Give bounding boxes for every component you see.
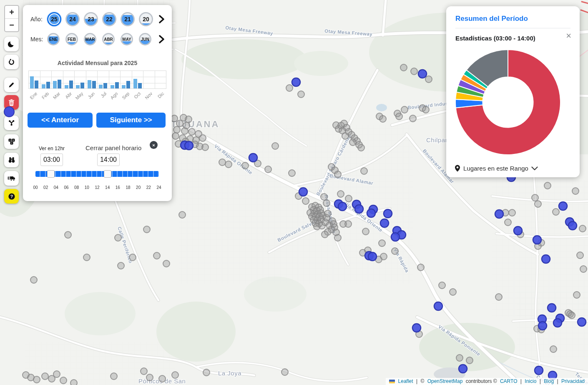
year-button-22[interactable]: 22	[102, 12, 116, 26]
map-marker-gray[interactable]	[219, 159, 226, 166]
map-marker-gray[interactable]	[466, 357, 473, 364]
map-marker-gray[interactable]	[143, 226, 150, 233]
month-next-button[interactable]	[157, 33, 166, 45]
map-marker-blue[interactable]	[495, 210, 503, 218]
map-marker-gray[interactable]	[176, 120, 183, 127]
year-button-24[interactable]: 24	[65, 12, 80, 26]
map-marker-gray[interactable]	[159, 375, 166, 382]
map-marker-gray[interactable]	[361, 168, 367, 174]
map-marker-gray[interactable]	[265, 166, 271, 173]
map-marker-gray[interactable]	[321, 194, 327, 200]
map-marker-gray[interactable]	[141, 368, 147, 375]
map-marker-gray[interactable]	[535, 201, 541, 207]
draw-button[interactable]	[4, 78, 19, 92]
osm-link[interactable]: OpenStreetMap	[427, 378, 463, 384]
map-marker-gray[interactable]	[115, 234, 121, 241]
map-marker-gray[interactable]	[550, 346, 557, 352]
map-marker-gray[interactable]	[298, 91, 304, 98]
map-marker-gray[interactable]	[30, 277, 37, 283]
close-time-panel-button[interactable]: ×	[150, 141, 158, 149]
slider-handle-end[interactable]	[104, 170, 111, 178]
map-marker-gray[interactable]	[281, 369, 288, 375]
map-marker-blue[interactable]	[542, 255, 550, 263]
map-marker-blue[interactable]	[559, 202, 567, 210]
map-marker-blue[interactable]	[355, 205, 363, 213]
map-marker-blue[interactable]	[533, 236, 541, 244]
month-button-ene[interactable]: ENE	[47, 33, 60, 45]
map-marker-gray[interactable]	[323, 200, 330, 206]
zoom-out-button[interactable]: −	[5, 18, 18, 31]
map-marker-gray[interactable]	[322, 231, 328, 238]
map-marker-gray[interactable]	[396, 113, 402, 120]
end-time-input[interactable]	[97, 153, 120, 166]
year-button-25[interactable]: 25	[47, 12, 61, 26]
map-marker-gray[interactable]	[422, 106, 429, 113]
map-marker-gray[interactable]	[579, 225, 586, 232]
map-marker-gray[interactable]	[379, 116, 386, 122]
map-marker-gray[interactable]	[401, 106, 408, 113]
map-marker-gray[interactable]	[129, 254, 136, 261]
map-marker-gray[interactable]	[203, 369, 210, 376]
map-marker-blue[interactable]	[418, 70, 427, 78]
map-marker-gray[interactable]	[380, 253, 387, 260]
map-marker-gray[interactable]	[33, 376, 40, 383]
map-marker-gray[interactable]	[572, 188, 579, 194]
map-marker-gray[interactable]	[410, 115, 416, 122]
map-marker-gray[interactable]	[509, 209, 515, 216]
map-marker-gray[interactable]	[146, 374, 153, 381]
map-marker-blue[interactable]	[434, 302, 442, 310]
search-area-button[interactable]	[4, 153, 19, 167]
zoom-in-button[interactable]: +	[5, 6, 18, 18]
transport-button[interactable]	[4, 171, 19, 186]
map-marker-gray[interactable]	[181, 128, 188, 134]
map-marker-gray[interactable]	[199, 135, 206, 141]
map-marker-gray[interactable]	[330, 221, 337, 227]
map-marker-gray[interactable]	[153, 252, 160, 259]
map-marker-gray[interactable]	[544, 182, 551, 189]
slider-handle-start[interactable]	[47, 170, 55, 178]
map-marker-gray[interactable]	[42, 373, 48, 380]
map-marker-gray[interactable]	[345, 195, 352, 202]
map-marker-blue[interactable]	[514, 226, 522, 235]
map-marker-gray[interactable]	[580, 266, 587, 272]
map-marker-blue[interactable]	[338, 202, 347, 211]
leaflet-link[interactable]: Leaflet	[398, 378, 413, 384]
night-mode-button[interactable]	[4, 37, 19, 51]
map-marker-gray[interactable]	[573, 292, 580, 298]
map-marker-gray[interactable]	[505, 219, 511, 226]
map-marker-gray[interactable]	[173, 126, 180, 133]
map-marker-blue[interactable]	[548, 304, 556, 312]
previous-button[interactable]: << Anterior	[28, 113, 93, 128]
map-marker-gray[interactable]	[163, 260, 170, 267]
map-marker-gray[interactable]	[202, 144, 209, 151]
map-marker-blue[interactable]	[538, 322, 547, 330]
map-marker-gray[interactable]	[349, 139, 356, 146]
map-marker-gray[interactable]	[60, 377, 67, 384]
summary-close-button[interactable]: ×	[566, 31, 571, 40]
map-marker-blue[interactable]	[553, 319, 562, 327]
map-marker-gray[interactable]	[111, 373, 117, 380]
map-marker-gray[interactable]	[439, 282, 445, 289]
time-format-toggle[interactable]: Ver en 12hr	[39, 146, 65, 151]
activity-button[interactable]	[4, 55, 19, 69]
year-next-button[interactable]	[157, 13, 166, 25]
next-button[interactable]: Siguiente >>	[96, 113, 166, 128]
month-button-may[interactable]: MAY	[121, 33, 133, 45]
map-marker-gray[interactable]	[334, 171, 341, 178]
year-button-21[interactable]: 21	[121, 12, 135, 26]
map-marker-blue[interactable]	[384, 209, 392, 218]
month-button-mar[interactable]: MAR	[84, 33, 96, 45]
map-marker-gray[interactable]	[302, 198, 309, 204]
map-marker-blue[interactable]	[367, 209, 375, 217]
inicio-link[interactable]: Inicio	[525, 378, 536, 384]
sidebar-blue-marker[interactable]	[4, 106, 15, 117]
map-marker-blue[interactable]	[459, 365, 467, 373]
map-marker-gray[interactable]	[577, 252, 583, 259]
carto-link[interactable]: CARTO	[500, 378, 518, 384]
map-marker-gray[interactable]	[342, 133, 349, 139]
map-marker-gray[interactable]	[392, 248, 398, 254]
map-marker-blue[interactable]	[185, 141, 193, 150]
month-button-abr[interactable]: ABR	[102, 33, 115, 45]
map-marker-gray[interactable]	[118, 262, 124, 269]
map-marker-blue[interactable]	[368, 252, 377, 261]
